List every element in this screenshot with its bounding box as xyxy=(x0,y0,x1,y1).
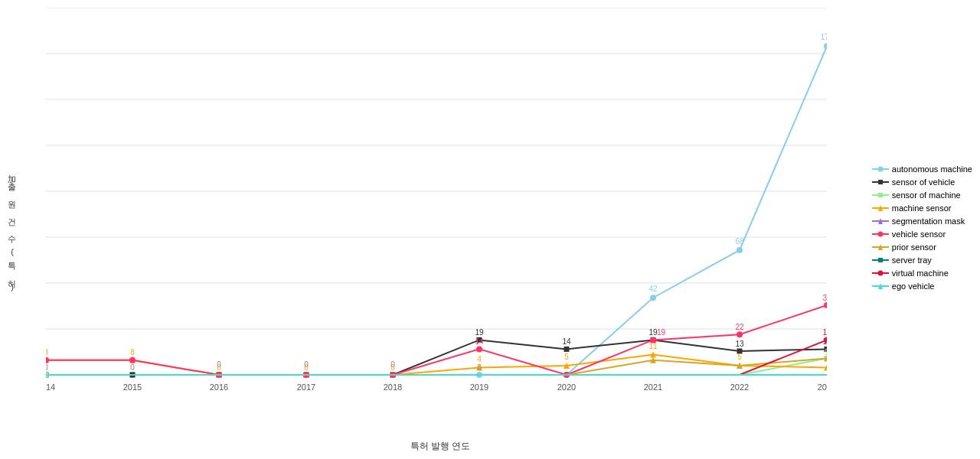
svg-point-88 xyxy=(824,302,827,308)
svg-text:2016: 2016 xyxy=(210,382,228,392)
legend-item-segmentation-mask: segmentation mask xyxy=(872,216,972,226)
svg-text:2019: 2019 xyxy=(470,382,488,392)
line-prior-sensor xyxy=(46,358,827,375)
svg-text:0: 0 xyxy=(390,360,395,369)
y-axis-label: 加 출 원 건 수 (특 허) xyxy=(6,168,18,291)
svg-text:8: 8 xyxy=(46,348,48,356)
legend-item-machine-sensor: machine sensor xyxy=(872,203,972,213)
line-sensor-of-machine xyxy=(46,358,827,375)
svg-text:179: 179 xyxy=(821,33,827,41)
svg-text:0: 0 xyxy=(130,363,135,372)
svg-point-87 xyxy=(737,331,743,337)
chart-container: 加 출 원 건 수 (특 허) 특허 발행 연도 200 175 150 125… xyxy=(0,0,980,459)
svg-text:2022: 2022 xyxy=(730,382,749,392)
legend-label-ego-vehicle: ego vehicle xyxy=(892,282,935,291)
line-sensor-of-vehicle xyxy=(46,340,827,375)
legend-label-vehicle-sensor: vehicle sensor xyxy=(892,230,946,239)
svg-text:2023: 2023 xyxy=(818,382,827,392)
legend-label-segmentation-mask: segmentation mask xyxy=(892,216,965,226)
svg-text:13: 13 xyxy=(735,340,744,348)
svg-text:0: 0 xyxy=(46,363,48,372)
svg-point-35 xyxy=(650,295,656,301)
svg-text:0: 0 xyxy=(217,360,221,369)
svg-text:0: 0 xyxy=(304,360,309,369)
svg-point-121 xyxy=(877,271,883,276)
legend-item-ego-vehicle: ego vehicle xyxy=(872,282,972,291)
svg-text:11: 11 xyxy=(648,342,658,350)
legend-item-sensor-of-vehicle: sensor of vehicle xyxy=(872,177,972,187)
svg-text:22: 22 xyxy=(735,323,744,331)
svg-text:19: 19 xyxy=(657,328,666,337)
svg-text:2018: 2018 xyxy=(384,382,402,392)
svg-rect-47 xyxy=(564,347,570,352)
legend-label-autonomous-machine: autonomous machine xyxy=(892,164,972,174)
svg-point-105 xyxy=(877,167,883,172)
svg-point-86 xyxy=(650,337,656,343)
svg-text:42: 42 xyxy=(648,285,658,293)
legend-label-prior-sensor: prior sensor xyxy=(892,243,936,252)
svg-point-37 xyxy=(824,43,827,49)
legend-item-autonomous-machine: autonomous machine xyxy=(872,164,972,174)
svg-text:19: 19 xyxy=(475,328,484,337)
legend-item-sensor-of-machine: sensor of machine xyxy=(872,190,972,200)
legend-label-sensor-of-machine: sensor of machine xyxy=(892,190,961,200)
svg-text:38: 38 xyxy=(822,294,827,302)
chart-svg: 200 175 150 125 100 75 50 25 0 2014 2015… xyxy=(46,8,827,413)
svg-rect-119 xyxy=(878,258,883,262)
svg-text:4: 4 xyxy=(477,355,482,363)
svg-text:0: 0 xyxy=(477,363,482,372)
svg-text:2017: 2017 xyxy=(297,382,315,392)
legend-label-virtual-machine: virtual machine xyxy=(892,269,949,278)
legend: autonomous machine sensor of vehicle sen… xyxy=(872,164,972,295)
svg-rect-109 xyxy=(878,193,883,197)
svg-text:2014: 2014 xyxy=(46,382,55,392)
svg-text:8: 8 xyxy=(130,348,135,356)
svg-text:68: 68 xyxy=(735,237,744,246)
legend-item-prior-sensor: prior sensor xyxy=(872,243,972,252)
legend-label-server-tray: server tray xyxy=(892,256,932,265)
x-axis-label: 특허 발행 연도 xyxy=(410,440,471,453)
svg-text:2015: 2015 xyxy=(123,382,142,392)
svg-text:5: 5 xyxy=(737,353,742,361)
legend-label-machine-sensor: machine sensor xyxy=(892,203,952,213)
legend-label-sensor-of-vehicle: sensor of vehicle xyxy=(892,177,956,187)
line-autonomous-machine xyxy=(46,46,827,375)
svg-text:19: 19 xyxy=(822,328,827,337)
svg-text:2020: 2020 xyxy=(557,382,576,392)
svg-point-84 xyxy=(476,346,482,352)
svg-point-115 xyxy=(877,232,883,237)
legend-item-vehicle-sensor: vehicle sensor xyxy=(872,230,972,239)
legend-item-server-tray: server tray xyxy=(872,256,972,265)
svg-point-36 xyxy=(737,247,743,253)
svg-point-79 xyxy=(46,357,49,363)
legend-item-virtual-machine: virtual machine xyxy=(872,269,972,278)
svg-point-80 xyxy=(129,357,136,363)
svg-text:2021: 2021 xyxy=(644,382,662,392)
svg-rect-107 xyxy=(878,180,883,184)
svg-text:5: 5 xyxy=(564,353,569,361)
svg-text:14: 14 xyxy=(475,337,484,346)
svg-text:14: 14 xyxy=(562,337,571,346)
